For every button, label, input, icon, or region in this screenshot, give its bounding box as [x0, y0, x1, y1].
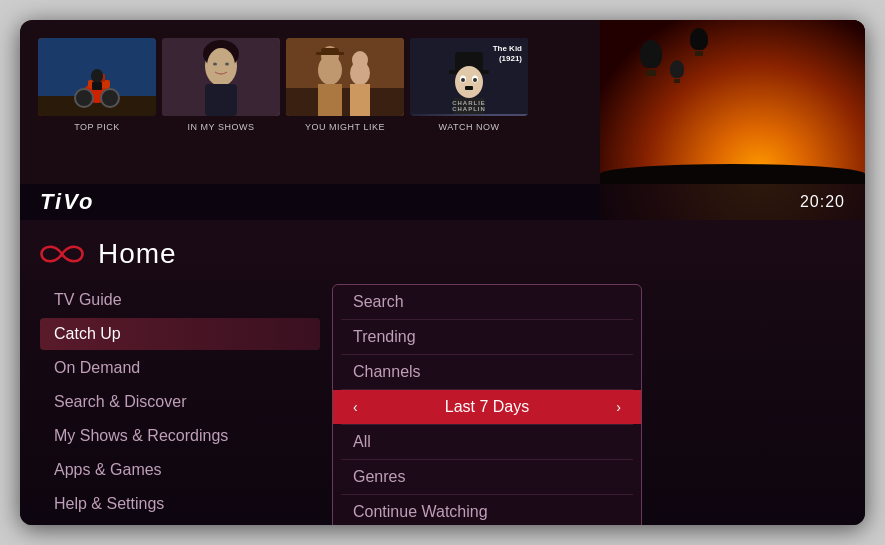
submenu-item-trending[interactable]: Trending: [333, 320, 641, 354]
submenu-item-continue-watching[interactable]: Continue Watching: [333, 495, 641, 525]
infinity-icon: [40, 241, 84, 267]
svg-rect-8: [92, 82, 102, 90]
home-title: Home: [98, 238, 177, 270]
tv-frame: TOP PICK: [20, 20, 865, 525]
svg-point-13: [207, 48, 235, 84]
svg-point-24: [352, 51, 368, 69]
menus-container: TV Guide Catch Up On Demand Search & Dis…: [40, 284, 845, 525]
svg-point-4: [101, 89, 119, 107]
menu-item-help-settings[interactable]: Help & Settings: [40, 488, 320, 520]
submenu-item-genres[interactable]: Genres: [333, 460, 641, 494]
left-menu: TV Guide Catch Up On Demand Search & Dis…: [40, 284, 320, 525]
svg-point-29: [455, 66, 483, 98]
svg-point-33: [461, 78, 465, 82]
svg-point-15: [225, 63, 229, 66]
tivo-logo: TiVo: [40, 189, 94, 215]
svg-rect-20: [318, 84, 342, 116]
submenu-item-last-7-days[interactable]: ‹ Last 7 Days ›: [333, 390, 641, 424]
thumbnail-top-pick-label: TOP PICK: [74, 122, 120, 132]
svg-point-7: [91, 69, 103, 83]
menu-area: Home TV Guide Catch Up On Demand Search …: [20, 220, 865, 525]
svg-rect-30: [465, 86, 473, 90]
menu-item-catch-up[interactable]: Catch Up: [40, 318, 320, 350]
thumbnail-you-might-like-label: YOU MIGHT LIKE: [305, 122, 385, 132]
right-arrow-icon: ›: [616, 399, 621, 415]
menu-item-tv-guide[interactable]: TV Guide: [40, 284, 320, 316]
balloon-1: [640, 40, 662, 76]
svg-point-3: [75, 89, 93, 107]
menu-item-my-shows[interactable]: My Shows & Recordings: [40, 420, 320, 452]
home-header: Home: [40, 238, 845, 270]
svg-rect-11: [205, 84, 237, 116]
svg-point-14: [213, 63, 217, 66]
balloon-3: [670, 60, 684, 83]
svg-rect-25: [350, 84, 370, 116]
thumbnail-in-my-shows-label: IN MY SHOWS: [188, 122, 255, 132]
submenu-item-all[interactable]: All: [333, 425, 641, 459]
submenu-item-channels[interactable]: Channels: [333, 355, 641, 389]
svg-rect-17: [286, 88, 404, 116]
menu-item-on-demand[interactable]: On Demand: [40, 352, 320, 384]
balloon-2: [690, 28, 708, 56]
menu-item-search-discover[interactable]: Search & Discover: [40, 386, 320, 418]
svg-rect-22: [316, 52, 344, 55]
submenu-item-search[interactable]: Search: [333, 285, 641, 319]
menu-item-apps-games[interactable]: Apps & Games: [40, 454, 320, 486]
tivo-bar: TiVo 20:20: [20, 184, 865, 220]
svg-point-34: [473, 78, 477, 82]
tivo-time: 20:20: [800, 193, 845, 211]
right-menu: Search Trending Channels ‹ Last 7 Days ›: [332, 284, 642, 525]
thumbnail-watch-now-label: WATCH NOW: [439, 122, 500, 132]
